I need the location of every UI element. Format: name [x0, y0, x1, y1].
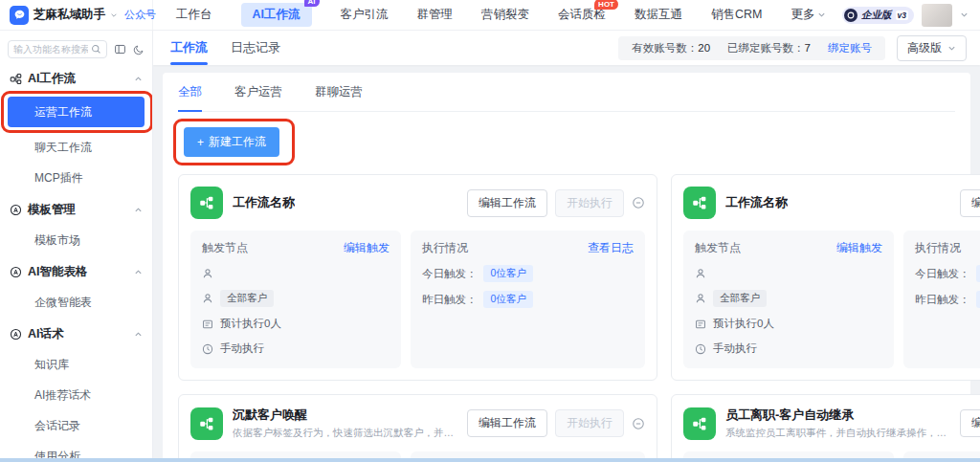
workflow-subtitle: 依据客户标签及行为，快速筛选出沉默客户，并执行唤醒操...	[233, 427, 457, 440]
nav-item-label: 群管理	[417, 7, 454, 23]
workflow-title: 员工离职-客户自动继承	[725, 407, 950, 424]
collapse-sidebar-icon[interactable]	[114, 43, 126, 55]
ai-badge: AI	[304, 0, 320, 7]
trigger-node-label: 触发节点	[695, 240, 741, 256]
workflow-green-icon	[190, 407, 223, 440]
workflow-subtitle: 系统监控员工离职事件，并自动执行继承操作，将离职员工...	[725, 427, 950, 440]
official-account-link[interactable]: 公众号	[124, 8, 156, 22]
user-chevron-down-icon[interactable]	[960, 11, 969, 19]
edit-workflow-button[interactable]: 编辑工作流	[467, 409, 547, 437]
new-workflow-button[interactable]: + 新建工作流	[184, 127, 279, 157]
sidebar-search	[8, 40, 107, 58]
plus-icon: +	[197, 136, 204, 149]
edit-workflow-button[interactable]: 编辑工作流	[960, 409, 980, 437]
chevron-down-icon	[947, 44, 956, 53]
circle-a-icon	[10, 204, 22, 216]
edit-trigger-link[interactable]: 编辑触发	[344, 240, 390, 256]
nav-item-more[interactable]: 更多	[791, 7, 826, 23]
section-label: 模板管理	[28, 202, 128, 218]
chevron-up-icon	[134, 330, 143, 339]
workflow-title: 沉默客户唤醒	[233, 407, 457, 424]
sidebar-item-chat-workflow[interactable]: 聊天工作流	[0, 132, 152, 163]
bind-account-link[interactable]: 绑定账号	[828, 41, 872, 55]
sidebar-section-ai-smart-table[interactable]: AI智能表格	[0, 255, 152, 287]
sidebar-section-ai-scripts[interactable]: AI话术	[0, 318, 152, 349]
section-label: AI工作流	[28, 71, 128, 87]
sidebar-item-usage-analysis[interactable]: 使用分析	[0, 441, 152, 458]
workflow-cards-grid: 工作流名称 编辑工作流 开始执行 触发节点 编辑触发	[178, 174, 955, 458]
search-input[interactable]	[13, 44, 88, 55]
sidebar-item-ai-recommended-scripts[interactable]: AI推荐话术	[0, 380, 152, 410]
dark-mode-moon-icon[interactable]	[133, 44, 145, 55]
nav-item-label: AI工作流	[253, 7, 301, 23]
sidebar-menu: AI工作流运营工作流聊天工作流MCP插件模板管理模板市场AI智能表格企微智能表A…	[0, 62, 152, 458]
edit-workflow-button[interactable]: 编辑工作流	[467, 189, 547, 217]
circle-a-icon	[10, 328, 22, 341]
nav-item-data-sync[interactable]: 数据互通	[635, 7, 682, 23]
disable-circle-icon[interactable]	[632, 196, 645, 209]
plan-label: 企业版	[861, 9, 892, 22]
workflow-green-icon	[683, 187, 716, 219]
user-avatar[interactable]	[922, 4, 952, 27]
search-icon[interactable]	[91, 44, 101, 55]
sidebar-section-ai-workflow[interactable]: AI工作流	[0, 62, 152, 94]
nav-item-label: 客户引流	[341, 7, 389, 23]
start-execute-button[interactable]: 开始执行	[555, 189, 624, 217]
version-select-value: 高级版	[907, 40, 942, 56]
chevron-up-icon	[134, 268, 143, 276]
nav-item-conversation-qc[interactable]: 会话质检HOT	[558, 7, 606, 23]
page-tabs: 工作流日志记录	[170, 31, 280, 65]
manual-exec-text: 手动执行	[713, 341, 757, 356]
workflow-green-icon	[190, 187, 223, 219]
sidebar-section-template-management[interactable]: 模板管理	[0, 193, 152, 225]
version-select[interactable]: 高级版	[897, 35, 967, 61]
sidebar-item-wecom-smart-table[interactable]: 企微智能表	[0, 287, 152, 318]
tab-workflow[interactable]: 工作流	[170, 31, 208, 65]
today-trigger-label: 今日触发：	[915, 267, 970, 281]
edit-workflow-button[interactable]: 编辑工作流	[960, 189, 980, 217]
today-trigger-value: 0位客户	[976, 265, 980, 282]
chevron-up-icon	[134, 206, 143, 214]
sidebar-item-operation-workflow[interactable]: 运营工作流	[8, 97, 145, 127]
nav-item-marketing-fission[interactable]: 营销裂变	[481, 7, 529, 23]
filter-customer-ops[interactable]: 客户运营	[234, 84, 282, 112]
trigger-panel: 触发节点 编辑触发 全部客户 预计执行0人 手动执行	[683, 451, 894, 458]
sidebar-item-template-market[interactable]: 模板市场	[0, 225, 152, 255]
content-area: 全部客户运营群聊运营 + 新建工作流 工作流名称 编辑工作流 开始执行	[153, 65, 980, 458]
section-label: AI话术	[28, 326, 128, 342]
nav-item-label: 销售CRM	[711, 7, 762, 23]
filter-group-ops[interactable]: 群聊运营	[315, 84, 363, 112]
trigger-panel: 触发节点 编辑触发 全部客户 预计执行0人 手动执行	[683, 231, 894, 368]
clock-icon	[695, 343, 706, 355]
section-label: AI智能表格	[28, 264, 128, 280]
start-execute-button[interactable]: 开始执行	[555, 409, 624, 437]
circle-a-icon	[10, 266, 22, 278]
logo-chevron-down-icon[interactable]	[110, 11, 118, 19]
horizontal-scrollbar[interactable]	[0, 458, 980, 462]
all-customers-tag: 全部客户	[713, 290, 767, 307]
nav-item-workbench[interactable]: 工作台	[176, 7, 212, 23]
filter-all[interactable]: 全部	[178, 84, 202, 112]
nav-item-customer-leads[interactable]: 客户引流	[341, 7, 389, 23]
sidebar-item-mcp-plugin[interactable]: MCP插件	[0, 163, 152, 193]
workflow-icon	[10, 73, 22, 85]
nav-right: 企业版 v3	[842, 4, 980, 27]
nav-item-group-management[interactable]: 群管理	[417, 7, 454, 23]
sidebar-item-conversation-records[interactable]: 会话记录	[0, 410, 152, 441]
new-workflow-annotated: + 新建工作流	[184, 127, 279, 157]
trigger-panel: 触发节点 编辑触发 全部客户 预计执行0人 手动执行	[190, 451, 401, 458]
nav-item-sales-crm[interactable]: 销售CRM	[711, 7, 762, 23]
all-customers-tag: 全部客户	[220, 290, 274, 307]
nav-item-ai-workflow[interactable]: AI工作流AI	[241, 3, 312, 27]
nav-item-label: 工作台	[176, 7, 212, 23]
view-log-link[interactable]: 查看日志	[588, 240, 634, 256]
app-title: 芝麻私域助手	[33, 7, 105, 23]
execution-status-label: 执行情况	[915, 240, 961, 256]
edit-trigger-link[interactable]: 编辑触发	[836, 240, 882, 256]
person-icon	[202, 268, 213, 279]
disable-circle-icon[interactable]	[632, 417, 645, 430]
today-trigger-value: 0位客户	[483, 265, 532, 282]
tab-logs[interactable]: 日志记录	[231, 31, 280, 65]
plan-icon	[844, 9, 858, 22]
sidebar-item-knowledge-base[interactable]: 知识库	[0, 349, 152, 380]
